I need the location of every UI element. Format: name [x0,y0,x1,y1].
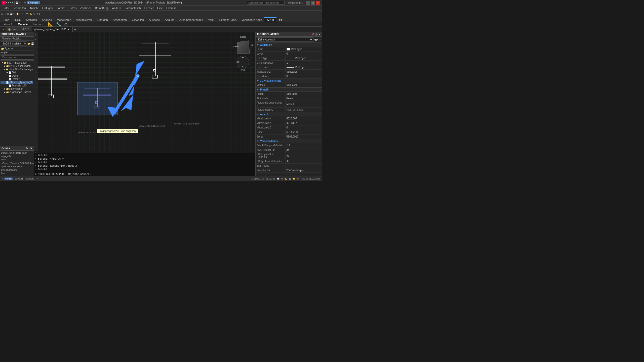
doc-nav-left[interactable]: ≡ [1,27,6,32]
module-icon-2[interactable]: 🔧 [56,22,61,27]
tree-item-sframo[interactable]: 📄 siFramo_Typicals_StützF [1,81,33,84]
menu-zeichnen[interactable]: Zeichnen [78,6,93,10]
props-nav-right[interactable]: ▶ [316,38,318,41]
minimize-button[interactable]: ─ [306,1,310,5]
menu-bearbeiten[interactable]: Bearbeiten [11,6,27,10]
menu-ändern[interactable]: Ändern [111,6,123,10]
tree-item-demo2[interactable]: 📄 Demo2 [1,77,33,81]
props-pin-icon[interactable]: 📌 [311,33,314,36]
status-icon-2[interactable]: ⊟ [266,177,268,180]
tab-beschriften[interactable]: Beschriften [110,17,129,22]
props-add-icon[interactable]: ➕ [315,33,318,36]
props-select[interactable]: Keine Auswahl [257,37,313,42]
tab-visualisieren[interactable]: Visualisieren [74,17,94,22]
tab-start[interactable]: Start [1,17,12,22]
status-layout1-btn[interactable]: Layout1 [14,177,24,180]
freigeben-button[interactable]: Freigeben [27,1,40,4]
tree-item-sucri[interactable]: ▼ 📁 SuCri_Installation [1,61,33,64]
tab-sucri[interactable]: SuCri [264,17,276,22]
status-layout2-btn[interactable]: Layout2 [25,177,35,180]
tree-item-demo[interactable]: 📄 Demo [1,74,33,77]
doc-tab-start[interactable]: 🏠 Start [6,27,20,31]
menu-extras[interactable]: Extras [67,6,78,10]
tree-item-001[interactable]: ▶ 📄 001 [1,71,33,74]
tree-item-rohrklassen[interactable]: ▶ 📁 Rohrklassen [1,87,33,90]
search-box-title[interactable]: Stichwort oder Frage eingeben [247,1,285,5]
nav-cube[interactable]: OBEN VORNE S N S W W45 [234,36,252,54]
menu-express[interactable]: Express [165,6,178,10]
status-icon-4[interactable]: ⊠ [273,177,275,180]
status-menu-icon[interactable]: ≡ [2,177,3,180]
tab-analyse[interactable]: Analyse [39,17,54,22]
maximize-button[interactable]: □ [311,1,315,5]
project-open-icon[interactable]: 📂 [27,42,30,45]
proj-toolbar-btn-1[interactable]: 📁 [1,47,4,50]
props-nav-left[interactable]: ◀ [314,38,316,41]
status-icon-10[interactable]: ★ [297,177,299,180]
doc-tab-001[interactable]: 001** [20,27,31,31]
doc-tab-sframo[interactable]: siFramo_Typicals_StützF80* ✕ [31,27,73,32]
tab-einfuegen[interactable]: Einfügen [94,17,110,22]
tab-verwalten[interactable]: Verwalten [129,17,146,22]
section-ansicht[interactable]: ▼ Ansicht [256,112,322,116]
tab-addins[interactable]: Add-ins [162,17,177,22]
nav-cube-face[interactable]: VORNE S [237,40,250,54]
status-icon-6[interactable]: ⚙ [281,177,283,180]
status-icon-5[interactable]: 🔲 [277,177,279,180]
menu-bemabung[interactable]: Bemaßung [94,6,110,10]
color-swatch-farbe[interactable] [287,48,290,51]
status-icon-7[interactable]: 📐 [285,177,287,180]
search-input[interactable] [1,55,34,60]
module-tab-2[interactable]: Modul 2 [1,22,15,26]
section-3dvis[interactable]: ▼ 3D-Visualisierung [256,79,322,83]
menu-datei[interactable]: Datei [1,6,11,10]
tab-extra[interactable]: ■■ [276,17,285,22]
module-icon-3[interactable]: ⚙ [64,22,68,27]
tab-verfuegbare-apps[interactable]: Verfügbare Apps [239,17,264,22]
proj-toolbar-btn-2[interactable]: 🔧 [5,47,8,50]
status-icon-3[interactable]: ◱ [269,177,272,180]
tab-modellieren[interactable]: Modellieren [54,17,74,22]
menu-ansicht[interactable]: Ansicht [28,6,40,10]
module-tab-lizenzen[interactable]: Lizenzen [30,22,46,26]
menu-hilfe[interactable]: Hilfe [156,6,164,10]
project-toolbar: 📁 🔧 ⚙ ↻ [0,47,34,51]
tab-ausgabe[interactable]: Ausgabe [146,17,162,22]
close-button[interactable]: ✕ [316,1,320,5]
status-icon-1[interactable]: ⊞ [262,177,264,180]
props-nav-icon[interactable]: ✕ [319,38,321,41]
viewport-area[interactable]: ≡ ▸ [34,32,255,151]
status-add-layout-btn[interactable]: + [36,177,39,180]
tree-item-plant3d[interactable]: ▼ 📁 Plant 3D-Zeichnungen [1,68,33,71]
tab-isos[interactable]: ISOS [12,17,23,22]
tab-express-tools[interactable]: Express Tools [217,17,239,22]
menu-fenster[interactable]: Fenster [143,6,155,10]
tree-item-zugehoerige[interactable]: ▶ 📁 Zugehörige Dateien [1,90,33,94]
status-model-btn[interactable]: Modell [4,177,13,180]
svg-point-36 [137,75,139,77]
status-icon-9[interactable]: 🔔 [293,177,295,180]
menu-parametrisch[interactable]: Parametrisch [123,6,142,10]
tree-item-pid[interactable]: ▶ 📁 P&ID-Zeichnungen [1,64,33,68]
props-close-icon[interactable]: ✕ [318,33,320,36]
project-select[interactable]: SuCri_Installation [1,41,27,46]
status-icon-8[interactable]: ▦ [289,177,291,180]
menu-format[interactable]: Format [55,6,67,10]
section-plotstil[interactable]: ▼ Plotstil [256,87,322,92]
tab-vault[interactable]: Vault [206,17,217,22]
tab-zusammenarbeiten[interactable]: Zusammenarbeiten [177,17,206,22]
tab-stahlbau[interactable]: Stahlbau [24,17,39,22]
new-tab-button[interactable]: + [73,27,78,32]
section-allgemein[interactable]: ▼ Allgemein [256,43,322,47]
module-tab-4[interactable]: Modul 4 [16,22,30,26]
proj-toolbar-btn-4[interactable]: ↻ [11,47,13,50]
tree-item-typicals140[interactable]: 📄 Typicals_140 [1,84,33,87]
project-save-icon[interactable]: 💾 [31,42,34,45]
doc-tab-close[interactable]: ✕ [67,28,70,31]
command-input[interactable] [91,173,254,175]
section-verschiedenes[interactable]: ▼ Verschiedenes [256,139,322,143]
proj-toolbar-btn-3[interactable]: ⚙ [8,47,10,50]
menu-einfügen[interactable]: Einfügen [41,6,54,10]
module-icon-1[interactable]: 📐 [48,22,53,27]
compass-rose[interactable]: N S W [236,56,249,68]
